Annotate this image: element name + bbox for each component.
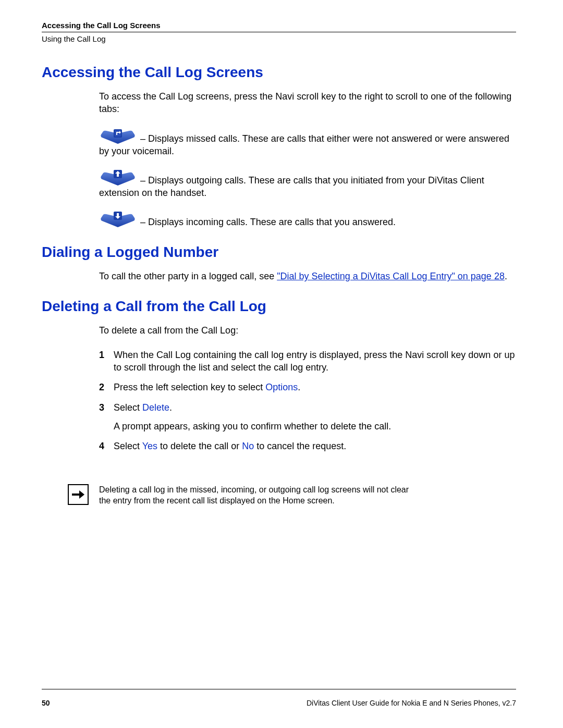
tab-missed-row: – Displays missed calls. These are calls…: [99, 127, 516, 157]
section3-body: To delete a call from the Call Log: 1 Wh…: [99, 324, 516, 452]
footer-doc-title: DiVitas Client User Guide for Nokia E an…: [307, 699, 516, 707]
options-term: Options: [265, 382, 298, 392]
step-num-1: 1: [99, 349, 114, 374]
note-arrow-icon: [68, 484, 89, 505]
header-title: Accessing the Call Log Screens: [42, 21, 516, 30]
step-3-text: Select Delete. A prompt appears, asking …: [114, 401, 516, 433]
tab-missed-text: – Displays missed calls. These are calls…: [99, 133, 509, 156]
note-row: Deleting a call log in the missed, incom…: [68, 484, 516, 507]
step-4-text: Select Yes to delete the call or No to c…: [114, 440, 516, 452]
step-1: 1 When the Call Log containing the call …: [99, 349, 516, 374]
section1-body: To access the Call Log screens, press th…: [99, 90, 516, 228]
tab-incoming-text: – Displays incoming calls. These are cal…: [138, 217, 396, 227]
outgoing-calls-icon: [99, 169, 137, 187]
no-term: No: [242, 441, 254, 451]
section1-intro: To access the Call Log screens, press th…: [99, 90, 516, 116]
missed-calls-icon: [99, 127, 137, 145]
step-1-text: When the Call Log containing the call lo…: [114, 349, 516, 374]
section2-para: To call the other party in a logged call…: [99, 270, 516, 282]
section2-text-before: To call the other party in a logged call…: [99, 271, 277, 281]
incoming-calls-icon: [99, 211, 137, 228]
step-3-sub: A prompt appears, asking you to confirm …: [114, 420, 516, 433]
page-number: 50: [42, 699, 50, 707]
step-2-text: Press the left selection key to select O…: [114, 381, 516, 393]
note-text: Deleting a call log in the missed, incom…: [99, 484, 412, 507]
yes-term: Yes: [142, 441, 157, 451]
section3-intro: To delete a call from the Call Log:: [99, 324, 516, 337]
heading-accessing: Accessing the Call Log Screens: [42, 64, 516, 81]
steps-list: 1 When the Call Log containing the call …: [99, 349, 516, 453]
step-num-3: 3: [99, 401, 114, 433]
tab-outgoing-text: – Displays outgoing calls. These are cal…: [99, 175, 484, 198]
dial-by-selecting-link[interactable]: "Dial by Selecting a DiVitas Call Log En…: [277, 271, 505, 281]
step-3: 3 Select Delete. A prompt appears, askin…: [99, 401, 516, 433]
tab-incoming-row: – Displays incoming calls. These are cal…: [99, 211, 516, 228]
section2-text-after: .: [505, 271, 507, 281]
svg-rect-1: [115, 130, 121, 137]
section2-body: To call the other party in a logged call…: [99, 270, 516, 282]
heading-deleting: Deleting a Call from the Call Log: [42, 298, 516, 315]
header-subtitle: Using the Call Log: [42, 32, 516, 43]
step-num-4: 4: [99, 440, 114, 452]
step-2: 2 Press the left selection key to select…: [99, 381, 516, 393]
page-footer: 50 DiVitas Client User Guide for Nokia E…: [42, 689, 516, 707]
heading-dialing: Dialing a Logged Number: [42, 244, 516, 261]
step-num-2: 2: [99, 381, 114, 393]
delete-term: Delete: [142, 402, 169, 413]
tab-outgoing-row: – Displays outgoing calls. These are cal…: [99, 169, 516, 199]
step-4: 4 Select Yes to delete the call or No to…: [99, 440, 516, 452]
page-header: Accessing the Call Log Screens Using the…: [42, 21, 516, 43]
page: Accessing the Call Log Screens Using the…: [0, 0, 563, 728]
